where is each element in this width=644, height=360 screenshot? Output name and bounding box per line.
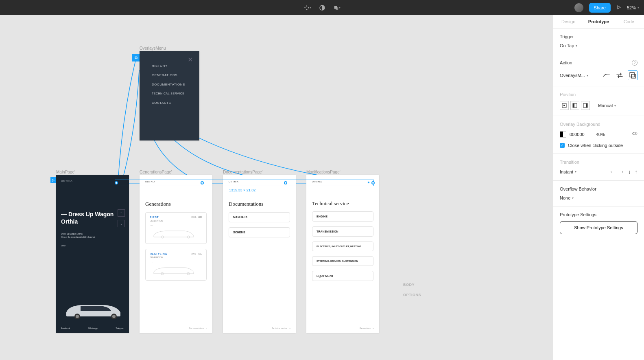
svg-rect-15 bbox=[586, 103, 587, 108]
info-icon[interactable]: ? bbox=[632, 60, 637, 66]
card-years: 1996 - 1999 bbox=[191, 216, 202, 218]
tab-design[interactable]: Design bbox=[553, 15, 583, 28]
doc-card[interactable]: SCHEME bbox=[229, 227, 290, 237]
svg-rect-9 bbox=[631, 74, 635, 78]
menu-item[interactable]: CONTACTS bbox=[152, 101, 187, 105]
position-label: Position bbox=[560, 92, 637, 97]
tech-card[interactable]: EQUIPMENT bbox=[312, 271, 373, 281]
generation-card[interactable]: RESTYLING GENERATION 1999 - 2002 → bbox=[145, 249, 207, 281]
color-swatch[interactable] bbox=[560, 131, 566, 138]
play-icon[interactable] bbox=[616, 4, 621, 11]
connection-node[interactable] bbox=[371, 181, 375, 184]
navigate-icon[interactable] bbox=[602, 70, 611, 80]
selection-dimensions: 1315.33 × 21.02 bbox=[229, 188, 255, 192]
overlay-icon[interactable] bbox=[628, 70, 637, 80]
overlay-bg-label: Overlay Background bbox=[560, 122, 637, 127]
chevron-up-icon[interactable]: ⌃ bbox=[118, 209, 125, 217]
union-icon[interactable]: ▾ bbox=[333, 4, 341, 11]
action-target-dropdown[interactable]: OverlaysM...▾ bbox=[560, 73, 588, 78]
position-right-icon[interactable] bbox=[581, 101, 590, 110]
selection-rect bbox=[115, 180, 374, 186]
documentations-artboard[interactable]: ORTHIA Documentations MANUALS SCHEME Tec… bbox=[223, 175, 296, 333]
menu-item[interactable]: HISTORY bbox=[152, 64, 187, 68]
card-title: SCHEME bbox=[233, 231, 286, 234]
menu-item[interactable]: GENERATIONS bbox=[152, 73, 187, 77]
svg-rect-8 bbox=[630, 72, 634, 77]
tech-card[interactable]: ENGINE bbox=[312, 211, 373, 222]
transition-label: Transition bbox=[560, 160, 637, 165]
swap-icon[interactable] bbox=[615, 70, 624, 80]
position-left-icon[interactable] bbox=[570, 101, 579, 110]
frame-label[interactable]: OverlaysMenu bbox=[140, 46, 166, 50]
card-title: STEERING, BRAKES, SUSPENSION bbox=[317, 260, 369, 262]
svg-point-5 bbox=[76, 315, 79, 318]
tab-prototype[interactable]: Prototype bbox=[583, 15, 613, 28]
overflow-dropdown[interactable]: None▾ bbox=[560, 195, 637, 200]
tech-card[interactable]: ELECTRICS, INLET-OUTLET, HEATING bbox=[312, 241, 373, 251]
menu-item[interactable]: TECHNICAL SERVICE bbox=[152, 92, 187, 95]
main-title: — Dress Up Wagon Orthia bbox=[61, 211, 124, 225]
svg-rect-2 bbox=[336, 7, 338, 10]
card-title: TRANSMISSION bbox=[317, 230, 369, 233]
connection-node[interactable] bbox=[201, 181, 204, 184]
menu-item[interactable]: DOCUMENTATIONS bbox=[152, 83, 187, 86]
footer-nav[interactable]: Technical service bbox=[272, 327, 287, 329]
connection-node[interactable] bbox=[284, 181, 287, 184]
share-button[interactable]: Share bbox=[589, 3, 611, 13]
page-title: Documentations bbox=[229, 201, 290, 207]
color-opacity[interactable]: 40% bbox=[596, 132, 605, 137]
tab-code[interactable]: Code bbox=[614, 15, 644, 28]
direction-left-icon[interactable]: ← bbox=[609, 169, 615, 175]
footer-nav[interactable]: Generations bbox=[360, 327, 371, 329]
mask-icon[interactable] bbox=[319, 4, 326, 11]
close-icon[interactable]: ✕ bbox=[188, 56, 193, 64]
transition-dropdown[interactable]: Instant▾ bbox=[560, 169, 576, 174]
visibility-icon[interactable] bbox=[632, 131, 637, 138]
tech-card[interactable]: TRANSMISSION bbox=[312, 226, 373, 237]
direction-right-icon[interactable]: → bbox=[619, 169, 624, 175]
doc-card[interactable]: MANUALS bbox=[229, 212, 290, 222]
svg-rect-11 bbox=[563, 105, 565, 106]
zoom-value: 52% bbox=[627, 5, 636, 10]
footer-nav[interactable]: Documentations bbox=[189, 327, 204, 329]
generation-card[interactable]: FIRST GENERATION 1996 - 1999 → bbox=[145, 212, 207, 244]
card-subtitle: GENERATION bbox=[150, 220, 202, 222]
car-outline-icon bbox=[150, 227, 199, 239]
position-center-icon[interactable] bbox=[560, 101, 569, 110]
connection-node[interactable] bbox=[115, 181, 118, 184]
show-prototype-settings-button[interactable]: Show Prototype Settings bbox=[560, 221, 637, 234]
direction-up-icon[interactable]: ↑ bbox=[635, 169, 638, 175]
proto-settings-label: Prototype Settings bbox=[560, 212, 637, 217]
avatar[interactable] bbox=[574, 3, 583, 12]
zoom-dropdown[interactable]: 52%▾ bbox=[627, 5, 639, 10]
mainpage-artboard[interactable]: ▷ ORTHIA ⌃ ⌄ — Dress Up Wagon Orthia Dre… bbox=[56, 175, 129, 333]
close-outside-checkbox[interactable]: ✓ bbox=[560, 143, 565, 148]
footer-link[interactable]: Whatsapp bbox=[88, 327, 98, 329]
position-mode-dropdown[interactable]: Manual▾ bbox=[598, 103, 616, 108]
card-title: MANUALS bbox=[233, 216, 286, 219]
frame-label[interactable]: DocumentationsPage' bbox=[223, 170, 263, 174]
trigger-dropdown[interactable]: On Tap▾ bbox=[560, 43, 637, 48]
color-hex[interactable]: 000000 bbox=[570, 132, 585, 137]
arrow-icon: → bbox=[150, 260, 202, 264]
overlay-badge-icon: ⧉ bbox=[132, 54, 140, 61]
card-subtitle: GENERATION bbox=[150, 256, 202, 259]
overlays-menu-artboard[interactable]: ⧉ ✕ HISTORY GENERATIONS DOCUMENTATIONS T… bbox=[140, 51, 199, 140]
frame-label[interactable]: ModificationsPage' bbox=[306, 170, 341, 174]
connection-node[interactable] bbox=[367, 181, 370, 184]
tech-card[interactable]: STEERING, BRAKES, SUSPENSION bbox=[312, 256, 373, 266]
canvas[interactable]: OverlaysMenu ⧉ ✕ HISTORY GENERATIONS DOC… bbox=[0, 15, 553, 360]
footer-link[interactable]: Telegram bbox=[116, 327, 124, 329]
modifications-artboard[interactable]: ORTHIA Technical service ENGINE TRANSMIS… bbox=[306, 175, 379, 333]
frame-label[interactable]: GenerationsPage' bbox=[140, 170, 172, 174]
play-badge-icon[interactable]: ▷ bbox=[50, 177, 56, 183]
top-toolbar: ▾ ▾ Share 52%▾ bbox=[0, 0, 644, 15]
footer-link[interactable]: Facebook bbox=[61, 327, 70, 329]
chevron-down-icon[interactable]: ⌄ bbox=[118, 220, 125, 227]
page-title: Generations bbox=[145, 201, 207, 207]
frame-label[interactable]: MainPage' bbox=[56, 170, 75, 174]
generations-artboard[interactable]: ORTHIA Generations FIRST GENERATION 1996… bbox=[140, 175, 212, 333]
component-icon[interactable]: ▾ bbox=[304, 4, 311, 11]
direction-down-icon[interactable]: ↓ bbox=[628, 169, 631, 175]
view-link[interactable]: View bbox=[61, 244, 124, 247]
